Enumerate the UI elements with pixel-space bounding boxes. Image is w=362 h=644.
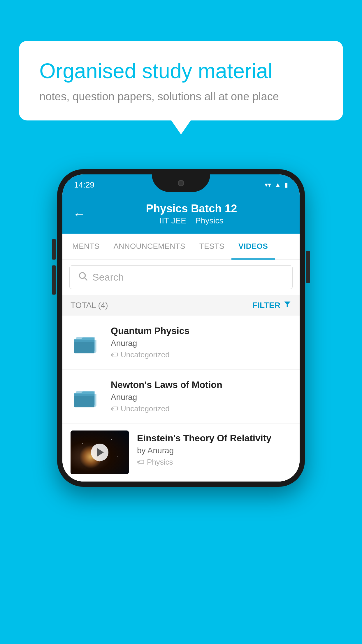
power-button	[306, 251, 310, 283]
svg-line-1	[85, 278, 87, 280]
filter-button[interactable]: FILTER	[252, 300, 291, 310]
phone-screen: 14:29 ▾▾ ▲ ▮ ← Physics Batch 12 IIT JEE	[62, 174, 300, 482]
item-info: Einstein's Theory Of Relativity by Anura…	[137, 430, 291, 467]
play-button[interactable]	[91, 444, 108, 461]
back-button[interactable]: ←	[73, 207, 86, 221]
wifi-icon: ▾▾	[265, 181, 271, 189]
subtitle-part1: IIT JEE	[160, 216, 186, 225]
item-title: Quantum Physics	[111, 326, 291, 336]
list-item[interactable]: Newton's Laws of Motion Anurag 🏷 Uncateg…	[62, 370, 300, 424]
signal-icon: ▲	[275, 181, 281, 189]
list-item[interactable]: Quantum Physics Anurag 🏷 Uncategorized	[62, 316, 300, 370]
camera-dot	[178, 180, 184, 186]
item-title: Einstein's Theory Of Relativity	[137, 433, 291, 444]
toolbar-subtitle: IIT JEE Physics	[94, 216, 289, 225]
phone-wrapper: 14:29 ▾▾ ▲ ▮ ← Physics Batch 12 IIT JEE	[57, 169, 305, 487]
filter-icon	[283, 300, 291, 310]
search-bar: Search	[62, 260, 300, 295]
battery-icon: ▮	[284, 181, 288, 189]
status-icons: ▾▾ ▲ ▮	[265, 181, 288, 189]
play-icon	[97, 448, 104, 456]
toolbar-title-group: Physics Batch 12 IIT JEE Physics	[94, 202, 289, 225]
speech-bubble-container: Organised study material notes, question…	[19, 41, 343, 120]
tab-ments[interactable]: MENTS	[65, 234, 107, 259]
notch	[152, 174, 210, 192]
tab-announcements[interactable]: ANNOUNCEMENTS	[107, 234, 192, 259]
item-title: Newton's Laws of Motion	[111, 379, 291, 390]
svg-marker-2	[284, 302, 291, 307]
tab-tests[interactable]: TESTS	[192, 234, 231, 259]
phone-outer: 14:29 ▾▾ ▲ ▮ ← Physics Batch 12 IIT JEE	[57, 169, 305, 487]
item-thumbnail	[71, 326, 103, 358]
item-thumbnail	[71, 380, 103, 412]
tag-label: Uncategorized	[121, 404, 170, 413]
item-author: by Anurag	[137, 446, 291, 455]
filter-label: FILTER	[252, 301, 280, 310]
tab-bar: MENTS ANNOUNCEMENTS TESTS VIDEOS	[62, 234, 300, 260]
search-input[interactable]: Search	[92, 272, 124, 283]
status-time: 14:29	[74, 180, 94, 190]
item-tag: 🏷 Physics	[137, 458, 291, 467]
total-count: TOTAL (4)	[71, 301, 108, 310]
tag-icon: 🏷	[111, 350, 118, 359]
tag-label: Uncategorized	[121, 350, 170, 359]
toolbar: ← Physics Batch 12 IIT JEE Physics	[62, 195, 300, 234]
status-bar: 14:29 ▾▾ ▲ ▮	[62, 174, 300, 195]
search-icon	[78, 271, 88, 284]
tag-icon: 🏷	[111, 404, 118, 413]
bubble-title: Organised study material	[39, 58, 323, 83]
item-info: Newton's Laws of Motion Anurag 🏷 Uncateg…	[111, 379, 291, 413]
item-author: Anurag	[111, 393, 291, 402]
tab-videos[interactable]: VIDEOS	[231, 234, 275, 259]
speech-bubble: Organised study material notes, question…	[19, 41, 343, 120]
item-author: Anurag	[111, 339, 291, 348]
subtitle-part2: Physics	[195, 216, 223, 225]
item-tag: 🏷 Uncategorized	[111, 350, 291, 359]
search-input-wrapper[interactable]: Search	[69, 265, 293, 289]
item-info: Quantum Physics Anurag 🏷 Uncategorized	[111, 326, 291, 359]
list-item[interactable]: Einstein's Theory Of Relativity by Anura…	[62, 424, 300, 482]
tag-label: Physics	[147, 458, 173, 467]
tag-icon: 🏷	[137, 458, 145, 467]
volume-up-button	[52, 239, 56, 260]
item-tag: 🏷 Uncategorized	[111, 404, 291, 413]
volume-down-button	[52, 265, 56, 295]
toolbar-title: Physics Batch 12	[94, 202, 289, 215]
bubble-subtitle: notes, question papers, solutions all at…	[39, 90, 323, 103]
filter-row: TOTAL (4) FILTER	[62, 295, 300, 316]
video-list: Quantum Physics Anurag 🏷 Uncategorized	[62, 316, 300, 482]
item-thumbnail-image	[71, 430, 129, 474]
